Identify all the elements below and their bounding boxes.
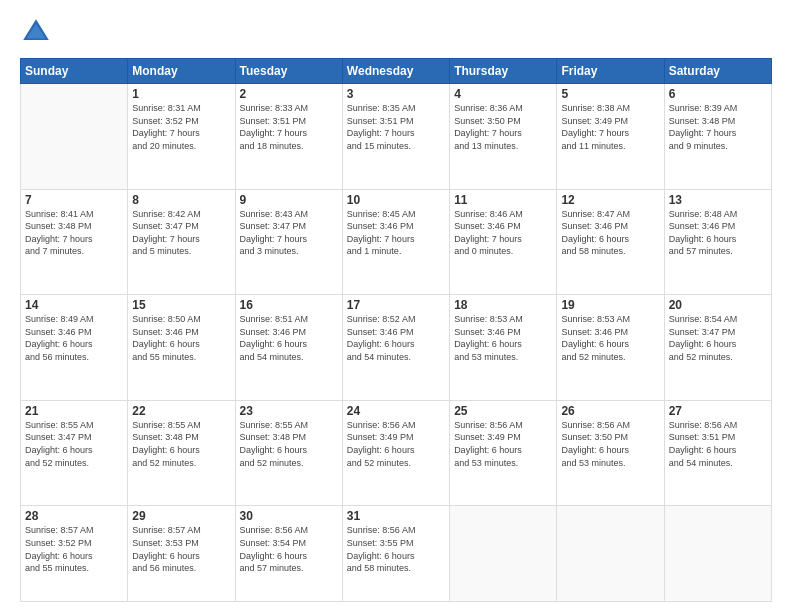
calendar-cell: 12Sunrise: 8:47 AM Sunset: 3:46 PM Dayli… [557,189,664,295]
day-info: Sunrise: 8:31 AM Sunset: 3:52 PM Dayligh… [132,102,230,152]
calendar-cell [664,506,771,602]
calendar-cell: 26Sunrise: 8:56 AM Sunset: 3:50 PM Dayli… [557,400,664,506]
calendar-cell: 15Sunrise: 8:50 AM Sunset: 3:46 PM Dayli… [128,295,235,401]
day-number: 10 [347,193,445,207]
day-info: Sunrise: 8:57 AM Sunset: 3:53 PM Dayligh… [132,524,230,574]
calendar-cell: 10Sunrise: 8:45 AM Sunset: 3:46 PM Dayli… [342,189,449,295]
day-number: 20 [669,298,767,312]
day-number: 17 [347,298,445,312]
day-info: Sunrise: 8:53 AM Sunset: 3:46 PM Dayligh… [561,313,659,363]
calendar-cell: 19Sunrise: 8:53 AM Sunset: 3:46 PM Dayli… [557,295,664,401]
calendar-cell: 29Sunrise: 8:57 AM Sunset: 3:53 PM Dayli… [128,506,235,602]
col-header-friday: Friday [557,59,664,84]
day-info: Sunrise: 8:57 AM Sunset: 3:52 PM Dayligh… [25,524,123,574]
logo [20,16,56,48]
calendar-cell: 31Sunrise: 8:56 AM Sunset: 3:55 PM Dayli… [342,506,449,602]
day-number: 15 [132,298,230,312]
calendar-cell: 24Sunrise: 8:56 AM Sunset: 3:49 PM Dayli… [342,400,449,506]
day-number: 6 [669,87,767,101]
calendar-cell: 25Sunrise: 8:56 AM Sunset: 3:49 PM Dayli… [450,400,557,506]
day-info: Sunrise: 8:56 AM Sunset: 3:49 PM Dayligh… [347,419,445,469]
day-number: 27 [669,404,767,418]
day-info: Sunrise: 8:54 AM Sunset: 3:47 PM Dayligh… [669,313,767,363]
calendar-cell: 3Sunrise: 8:35 AM Sunset: 3:51 PM Daylig… [342,84,449,190]
header [20,16,772,48]
calendar-cell: 16Sunrise: 8:51 AM Sunset: 3:46 PM Dayli… [235,295,342,401]
calendar-cell: 28Sunrise: 8:57 AM Sunset: 3:52 PM Dayli… [21,506,128,602]
calendar-cell: 14Sunrise: 8:49 AM Sunset: 3:46 PM Dayli… [21,295,128,401]
day-info: Sunrise: 8:52 AM Sunset: 3:46 PM Dayligh… [347,313,445,363]
day-number: 4 [454,87,552,101]
day-info: Sunrise: 8:49 AM Sunset: 3:46 PM Dayligh… [25,313,123,363]
day-info: Sunrise: 8:53 AM Sunset: 3:46 PM Dayligh… [454,313,552,363]
col-header-saturday: Saturday [664,59,771,84]
day-info: Sunrise: 8:38 AM Sunset: 3:49 PM Dayligh… [561,102,659,152]
day-info: Sunrise: 8:36 AM Sunset: 3:50 PM Dayligh… [454,102,552,152]
calendar-week-2: 7Sunrise: 8:41 AM Sunset: 3:48 PM Daylig… [21,189,772,295]
calendar-cell: 20Sunrise: 8:54 AM Sunset: 3:47 PM Dayli… [664,295,771,401]
day-info: Sunrise: 8:56 AM Sunset: 3:51 PM Dayligh… [669,419,767,469]
day-number: 5 [561,87,659,101]
calendar-table: SundayMondayTuesdayWednesdayThursdayFrid… [20,58,772,602]
calendar-week-3: 14Sunrise: 8:49 AM Sunset: 3:46 PM Dayli… [21,295,772,401]
calendar-cell: 6Sunrise: 8:39 AM Sunset: 3:48 PM Daylig… [664,84,771,190]
day-info: Sunrise: 8:46 AM Sunset: 3:46 PM Dayligh… [454,208,552,258]
calendar-cell: 21Sunrise: 8:55 AM Sunset: 3:47 PM Dayli… [21,400,128,506]
day-number: 23 [240,404,338,418]
day-info: Sunrise: 8:42 AM Sunset: 3:47 PM Dayligh… [132,208,230,258]
calendar-cell: 5Sunrise: 8:38 AM Sunset: 3:49 PM Daylig… [557,84,664,190]
col-header-tuesday: Tuesday [235,59,342,84]
calendar-cell: 27Sunrise: 8:56 AM Sunset: 3:51 PM Dayli… [664,400,771,506]
col-header-wednesday: Wednesday [342,59,449,84]
day-number: 13 [669,193,767,207]
calendar-header-row: SundayMondayTuesdayWednesdayThursdayFrid… [21,59,772,84]
calendar-cell: 1Sunrise: 8:31 AM Sunset: 3:52 PM Daylig… [128,84,235,190]
day-number: 26 [561,404,659,418]
day-info: Sunrise: 8:56 AM Sunset: 3:54 PM Dayligh… [240,524,338,574]
calendar-cell: 23Sunrise: 8:55 AM Sunset: 3:48 PM Dayli… [235,400,342,506]
day-number: 9 [240,193,338,207]
day-info: Sunrise: 8:43 AM Sunset: 3:47 PM Dayligh… [240,208,338,258]
calendar-cell: 30Sunrise: 8:56 AM Sunset: 3:54 PM Dayli… [235,506,342,602]
calendar-cell: 7Sunrise: 8:41 AM Sunset: 3:48 PM Daylig… [21,189,128,295]
day-info: Sunrise: 8:50 AM Sunset: 3:46 PM Dayligh… [132,313,230,363]
day-info: Sunrise: 8:51 AM Sunset: 3:46 PM Dayligh… [240,313,338,363]
calendar-cell: 17Sunrise: 8:52 AM Sunset: 3:46 PM Dayli… [342,295,449,401]
day-info: Sunrise: 8:55 AM Sunset: 3:47 PM Dayligh… [25,419,123,469]
day-number: 3 [347,87,445,101]
day-info: Sunrise: 8:56 AM Sunset: 3:55 PM Dayligh… [347,524,445,574]
calendar-cell: 8Sunrise: 8:42 AM Sunset: 3:47 PM Daylig… [128,189,235,295]
day-number: 12 [561,193,659,207]
day-number: 8 [132,193,230,207]
calendar-week-5: 28Sunrise: 8:57 AM Sunset: 3:52 PM Dayli… [21,506,772,602]
day-info: Sunrise: 8:39 AM Sunset: 3:48 PM Dayligh… [669,102,767,152]
col-header-sunday: Sunday [21,59,128,84]
page: SundayMondayTuesdayWednesdayThursdayFrid… [0,0,792,612]
day-info: Sunrise: 8:55 AM Sunset: 3:48 PM Dayligh… [132,419,230,469]
day-number: 25 [454,404,552,418]
day-number: 28 [25,509,123,523]
day-number: 1 [132,87,230,101]
calendar-cell [557,506,664,602]
calendar-cell [450,506,557,602]
day-info: Sunrise: 8:47 AM Sunset: 3:46 PM Dayligh… [561,208,659,258]
day-number: 29 [132,509,230,523]
day-info: Sunrise: 8:55 AM Sunset: 3:48 PM Dayligh… [240,419,338,469]
day-number: 14 [25,298,123,312]
day-number: 2 [240,87,338,101]
day-info: Sunrise: 8:56 AM Sunset: 3:50 PM Dayligh… [561,419,659,469]
day-number: 7 [25,193,123,207]
day-number: 31 [347,509,445,523]
day-info: Sunrise: 8:41 AM Sunset: 3:48 PM Dayligh… [25,208,123,258]
calendar-cell: 18Sunrise: 8:53 AM Sunset: 3:46 PM Dayli… [450,295,557,401]
day-number: 18 [454,298,552,312]
day-number: 19 [561,298,659,312]
day-info: Sunrise: 8:56 AM Sunset: 3:49 PM Dayligh… [454,419,552,469]
day-info: Sunrise: 8:45 AM Sunset: 3:46 PM Dayligh… [347,208,445,258]
calendar-week-4: 21Sunrise: 8:55 AM Sunset: 3:47 PM Dayli… [21,400,772,506]
calendar-cell [21,84,128,190]
day-info: Sunrise: 8:48 AM Sunset: 3:46 PM Dayligh… [669,208,767,258]
calendar-cell: 22Sunrise: 8:55 AM Sunset: 3:48 PM Dayli… [128,400,235,506]
day-number: 22 [132,404,230,418]
day-info: Sunrise: 8:33 AM Sunset: 3:51 PM Dayligh… [240,102,338,152]
